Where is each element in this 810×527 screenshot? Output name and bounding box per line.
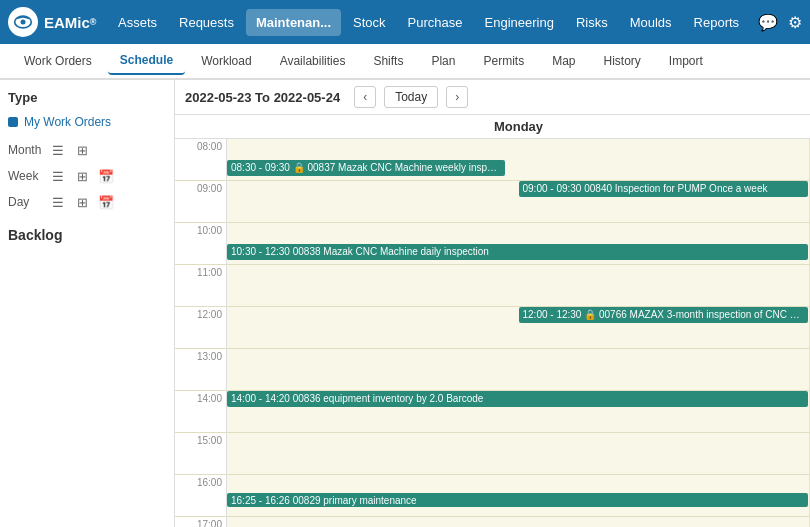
top-nav-item-engineering[interactable]: Engineering (475, 9, 564, 36)
week-list-icon[interactable]: ☰ (48, 167, 68, 185)
svg-point-1 (21, 20, 26, 25)
time-cell-1700[interactable] (227, 517, 810, 527)
week-label: Week (8, 169, 48, 183)
time-label-0800: 08:00 (175, 139, 227, 180)
time-label-0900: 09:00 (175, 181, 227, 222)
sub-nav-item-shifts[interactable]: Shifts (361, 48, 415, 74)
calendar-event-evt1[interactable]: 08:30 - 09:30 🔒 00837 Mazak CNC Machine … (227, 160, 505, 176)
top-nav-item-maintenan---[interactable]: Maintenan... (246, 9, 341, 36)
sub-nav-item-plan[interactable]: Plan (419, 48, 467, 74)
time-label-1100: 11:00 (175, 265, 227, 306)
sub-navigation: Work OrdersScheduleWorkloadAvailabilitie… (0, 44, 810, 80)
time-gutter-header (175, 115, 227, 138)
sub-nav-item-import[interactable]: Import (657, 48, 715, 74)
week-grid-icon[interactable]: ⊞ (72, 167, 92, 185)
calendar-event-evt5[interactable]: 14:00 - 14:20 00836 equipment inventory … (227, 391, 808, 407)
top-nav-item-reports[interactable]: Reports (684, 9, 750, 36)
day-cal-icon[interactable]: 📅 (96, 193, 116, 211)
top-navigation: EAMic® AssetsRequestsMaintenan...StockPu… (0, 0, 810, 44)
day-headers: Monday (175, 115, 810, 139)
time-cell-1300[interactable] (227, 349, 810, 390)
top-nav-item-requests[interactable]: Requests (169, 9, 244, 36)
sub-nav-item-history[interactable]: History (592, 48, 653, 74)
month-label: Month (8, 143, 48, 157)
top-nav-item-assets[interactable]: Assets (108, 9, 167, 36)
my-work-orders-filter[interactable]: My Work Orders (8, 115, 166, 129)
time-label-1500: 15:00 (175, 433, 227, 474)
calendar-grid[interactable]: 08:0009:0010:0011:0012:0013:0014:0015:00… (175, 139, 810, 527)
app-registered: ® (90, 17, 97, 27)
calendar-event-evt2[interactable]: 09:00 - 09:30 00840 Inspection for PUMP … (519, 181, 809, 197)
sub-nav-item-availabilities[interactable]: Availabilities (268, 48, 358, 74)
main-content: Type My Work Orders Month ☰ ⊞ Week ☰ ⊞ 📅… (0, 80, 810, 527)
week-view-icons: ☰ ⊞ 📅 (48, 167, 116, 185)
my-work-orders-dot (8, 117, 18, 127)
time-label-1300: 13:00 (175, 349, 227, 390)
month-list-icon[interactable]: ☰ (48, 141, 68, 159)
top-nav-item-moulds[interactable]: Moulds (620, 9, 682, 36)
time-label-1200: 12:00 (175, 307, 227, 348)
top-nav-items: AssetsRequestsMaintenan...StockPurchaseE… (108, 9, 758, 36)
time-label-1000: 10:00 (175, 223, 227, 264)
time-cell-1500[interactable] (227, 433, 810, 474)
sidebar-type-label: Type (8, 90, 166, 105)
next-btn[interactable]: › (446, 86, 468, 108)
sub-nav-item-schedule[interactable]: Schedule (108, 47, 185, 75)
sub-nav-item-workload[interactable]: Workload (189, 48, 263, 74)
time-row-1700: 17:00 (175, 517, 810, 527)
my-work-orders-label: My Work Orders (24, 115, 111, 129)
top-nav-item-stock[interactable]: Stock (343, 9, 396, 36)
top-nav-item-purchase[interactable]: Purchase (398, 9, 473, 36)
week-view-row: Week ☰ ⊞ 📅 (8, 167, 166, 185)
day-grid-icon[interactable]: ⊞ (72, 193, 92, 211)
top-nav-item-risks[interactable]: Risks (566, 9, 618, 36)
today-btn[interactable]: Today (384, 86, 438, 108)
time-label-1700: 17:00 (175, 517, 227, 527)
day-view-icons: ☰ ⊞ 📅 (48, 193, 116, 211)
sub-nav-item-permits[interactable]: Permits (471, 48, 536, 74)
chat-icon[interactable]: 💬 (758, 13, 778, 32)
week-cal-icon[interactable]: 📅 (96, 167, 116, 185)
calendar-event-evt6[interactable]: 16:25 - 16:26 00829 primary maintenance (227, 493, 808, 507)
prev-btn[interactable]: ‹ (354, 86, 376, 108)
month-view-row: Month ☰ ⊞ (8, 141, 166, 159)
time-row-1100: 11:00 (175, 265, 810, 307)
month-view-icons: ☰ ⊞ (48, 141, 92, 159)
calendar-event-evt4[interactable]: 12:00 - 12:30 🔒 00766 MAZAX 3-month insp… (519, 307, 809, 323)
sub-nav-item-work-orders[interactable]: Work Orders (12, 48, 104, 74)
time-row-1300: 13:00 (175, 349, 810, 391)
calendar-scroll-content: 08:0009:0010:0011:0012:0013:0014:0015:00… (175, 139, 810, 527)
time-label-1600: 16:00 (175, 475, 227, 516)
calendar-event-evt3[interactable]: 10:30 - 12:30 00838 Mazak CNC Machine da… (227, 244, 808, 260)
time-label-1400: 14:00 (175, 391, 227, 432)
sub-nav-item-map[interactable]: Map (540, 48, 587, 74)
day-view-row: Day ☰ ⊞ 📅 (8, 193, 166, 211)
logo-area: EAMic® (8, 7, 98, 37)
backlog-title: Backlog (8, 227, 166, 243)
time-cell-1100[interactable] (227, 265, 810, 306)
day-label: Day (8, 195, 48, 209)
month-grid-icon[interactable]: ⊞ (72, 141, 92, 159)
sidebar: Type My Work Orders Month ☰ ⊞ Week ☰ ⊞ 📅… (0, 80, 175, 527)
date-range: 2022-05-23 To 2022-05-24 (185, 90, 340, 105)
day-list-icon[interactable]: ☰ (48, 193, 68, 211)
calendar-header: 2022-05-23 To 2022-05-24 ‹ Today › (175, 80, 810, 115)
settings-icon[interactable]: ⚙ (788, 13, 802, 32)
app-name: EAMic (44, 14, 90, 31)
monday-header: Monday (227, 115, 810, 138)
time-row-1500: 15:00 (175, 433, 810, 475)
top-nav-right: 💬 ⚙ (758, 13, 802, 32)
logo-icon (8, 7, 38, 37)
calendar-area: 2022-05-23 To 2022-05-24 ‹ Today › Monda… (175, 80, 810, 527)
